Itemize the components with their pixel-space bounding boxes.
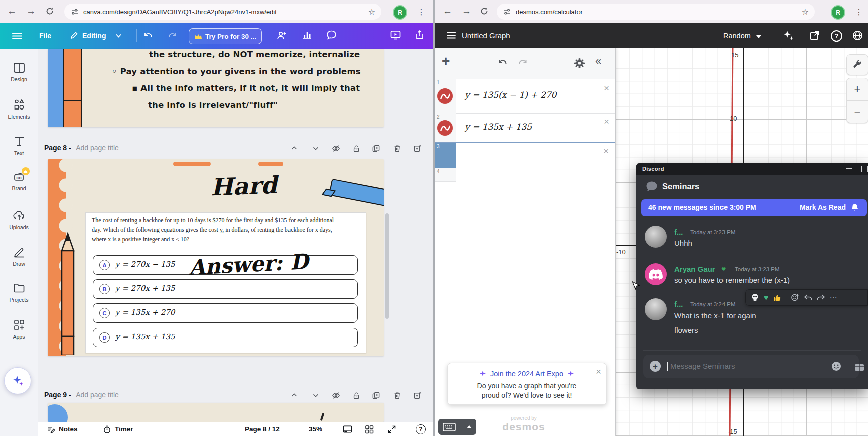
blue-marker-graphic[interactable] — [323, 177, 384, 207]
page8-title-input[interactable]: Add page title — [76, 144, 119, 152]
forward-icon[interactable]: → — [26, 6, 36, 16]
expression-latex[interactable]: y = 135(x − 1) + 270 — [465, 90, 556, 100]
keyboard-toggle-button[interactable] — [438, 419, 476, 435]
answer-option-d[interactable]: D y = 135x + 135 — [93, 328, 358, 347]
collapse-panel-icon[interactable]: « — [595, 55, 601, 68]
browser-menu-icon[interactable]: ⋮ — [855, 7, 863, 17]
canva-assistant-button[interactable] — [4, 367, 31, 394]
expression-gutter[interactable]: 4 — [435, 168, 456, 182]
maximize-icon[interactable] — [861, 166, 868, 172]
forward-icon[interactable] — [817, 294, 825, 301]
delete-expression-icon[interactable]: × — [604, 83, 609, 94]
duplicate-page-icon[interactable] — [372, 144, 380, 153]
move-page-up-icon[interactable] — [290, 144, 298, 152]
reply-icon[interactable] — [804, 294, 812, 301]
canva-menu-icon[interactable] — [12, 32, 22, 40]
message-author[interactable]: Aryan Gaur — [674, 265, 715, 273]
page9-title-input[interactable]: Add page title — [76, 391, 119, 399]
answer-option-b[interactable]: B y = 270x + 135 — [93, 279, 358, 299]
slide-text-line[interactable]: ▪ All the info matters, if it not, it wi… — [132, 83, 360, 93]
sidebar-item-projects[interactable]: Projects — [0, 282, 38, 303]
answer-annotation[interactable]: Answer: D — [188, 249, 309, 280]
orange-pencil-graphic[interactable] — [55, 230, 81, 355]
browser-profile-avatar[interactable]: R — [393, 5, 407, 20]
account-menu[interactable]: Random — [723, 32, 751, 40]
curve-color-icon[interactable] — [437, 88, 453, 104]
sidebar-item-uploads[interactable]: Uploads — [0, 209, 38, 230]
delete-page-icon[interactable] — [393, 391, 401, 400]
fullscreen-icon[interactable] — [387, 425, 396, 434]
canvas-scrollbar[interactable] — [385, 213, 389, 319]
sparkle-features-icon[interactable] — [783, 30, 794, 41]
sidebar-item-brand[interactable]: CD Brand — [0, 170, 38, 191]
attach-plus-icon[interactable]: + — [650, 361, 661, 372]
language-globe-icon[interactable] — [852, 30, 863, 41]
add-page-icon[interactable] — [413, 144, 422, 153]
back-icon[interactable]: ← — [7, 6, 17, 16]
add-page-icon[interactable] — [413, 391, 422, 400]
bookmark-star-icon[interactable]: ☆ — [368, 7, 375, 17]
browser-menu-icon[interactable]: ⋮ — [417, 7, 425, 17]
try-pro-button[interactable]: Try Pro for 30 ... — [189, 28, 262, 44]
answer-option-c[interactable]: C y = 135x + 270 — [93, 303, 358, 323]
site-settings-icon[interactable] — [504, 8, 511, 15]
move-page-down-icon[interactable] — [312, 144, 320, 152]
avatar[interactable] — [645, 298, 667, 320]
expression-gutter[interactable]: 2 — [435, 113, 456, 142]
slide-title[interactable]: Hard — [210, 171, 277, 201]
close-icon[interactable]: × — [596, 366, 601, 377]
mark-as-read-button[interactable]: Mark As Read — [800, 203, 846, 211]
slide-text-line[interactable]: the structure, do NOT memorize, internal… — [149, 50, 360, 59]
problem-card[interactable]: The cost of renting a backhoe for up to … — [85, 212, 366, 353]
share-icon[interactable] — [415, 30, 425, 40]
discord-titlebar[interactable]: Discord — [636, 163, 868, 175]
emoji-picker-icon[interactable] — [831, 361, 842, 372]
skull-reaction[interactable] — [751, 293, 759, 302]
timer-button[interactable]: Timer — [115, 425, 133, 433]
zoom-level[interactable]: 35% — [309, 425, 322, 433]
redo-icon[interactable] — [517, 58, 528, 68]
expression-latex[interactable]: y = 135x + 135 — [465, 122, 532, 132]
editing-mode-selector[interactable]: Editing — [82, 32, 106, 40]
back-icon[interactable]: ← — [443, 6, 452, 16]
message-author[interactable]: f... — [674, 300, 683, 308]
message-input[interactable]: + Message Seminars — [643, 355, 859, 378]
browser-profile-avatar[interactable]: R — [831, 5, 845, 20]
expression-gutter[interactable]: 1 — [435, 79, 456, 113]
sidebar-item-design[interactable]: Design — [0, 61, 38, 82]
comment-icon[interactable] — [326, 30, 337, 40]
duplicate-page-icon[interactable] — [372, 391, 380, 400]
undo-icon[interactable] — [498, 58, 509, 68]
slide-text-line[interactable]: the info is irrelevant/"fluff" — [148, 100, 278, 110]
url-bar[interactable]: desmos.com/calculator ☆ — [497, 4, 815, 20]
sidebar-item-text[interactable]: Text — [0, 135, 38, 156]
graph-title[interactable]: Untitled Graph — [462, 31, 510, 40]
expression-row-3-selected[interactable]: 3 × — [435, 142, 615, 168]
forward-icon[interactable]: → — [462, 6, 471, 16]
grid-view-icon[interactable] — [365, 425, 374, 434]
slide-page9[interactable] — [48, 403, 384, 422]
expression-row-4[interactable]: 4 — [435, 168, 615, 181]
expression-row-2[interactable]: 2 y = 135x + 135 × — [435, 113, 615, 143]
bookmark-star-icon[interactable]: ☆ — [802, 7, 809, 17]
file-menu[interactable]: File — [39, 32, 51, 40]
site-settings-icon[interactable] — [71, 8, 78, 15]
curve-color-icon[interactable] — [437, 120, 453, 136]
avatar[interactable] — [645, 263, 667, 285]
insights-chart-icon[interactable] — [302, 30, 312, 40]
graph-settings-wrench-button[interactable] — [846, 54, 868, 75]
avatar[interactable] — [645, 226, 667, 248]
reload-icon[interactable] — [480, 7, 489, 16]
hide-page-icon[interactable] — [332, 144, 340, 153]
thumbs-up-reaction[interactable] — [773, 294, 781, 302]
notes-button[interactable]: Notes — [59, 425, 78, 433]
hide-page-icon[interactable] — [332, 391, 340, 400]
desmos-menu-icon[interactable] — [447, 32, 456, 39]
slide-text-line[interactable]: ◦ Pay attention to your givens in the wo… — [112, 67, 361, 76]
add-expression-button[interactable]: + — [442, 53, 450, 69]
art-expo-link[interactable]: Join the 2024 Art Expo — [490, 370, 563, 378]
page-indicator[interactable]: Page 8 / 12 — [245, 425, 280, 433]
minimize-icon[interactable] — [846, 168, 852, 169]
export-share-icon[interactable] — [809, 30, 820, 41]
url-bar[interactable]: canva.com/design/DAGau8VC8fY/Q1-JhrcA2pN… — [64, 4, 381, 20]
